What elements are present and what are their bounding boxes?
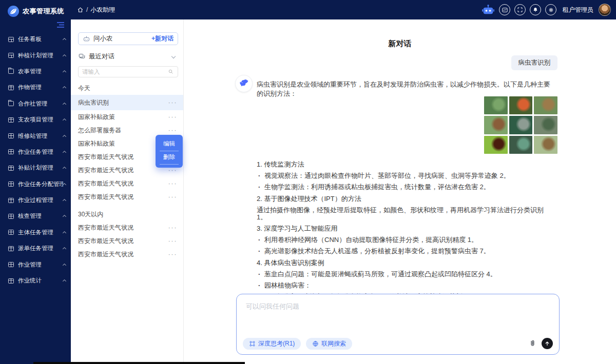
sidebar-nav-item[interactable]: 派单任务管理 [0, 240, 71, 256]
nav-item-icon [8, 278, 14, 284]
chat-history-item[interactable]: 西安市最近天气状况 ··· [71, 190, 183, 204]
more-options-icon[interactable]: ··· [168, 128, 178, 133]
chat-history-item[interactable]: 西安市最近天气状况 ··· [71, 221, 183, 234]
chat-item-label: 西安市最近天气状况 [78, 153, 168, 161]
sidebar-nav-item[interactable]: 作业统计 [0, 273, 71, 289]
home-icon[interactable] [77, 7, 84, 13]
disease-image[interactable] [509, 96, 533, 114]
more-options-icon[interactable]: ··· [168, 225, 178, 230]
nav-item-label: 作业管理 [18, 261, 63, 269]
nav-item-label: 维修站管理 [18, 132, 63, 140]
chevron-up-icon [63, 103, 66, 106]
disease-image[interactable] [484, 136, 508, 154]
disease-image[interactable] [484, 96, 508, 114]
chevron-up-icon [63, 199, 66, 203]
nav-item-icon [8, 246, 14, 251]
chat-item-label: 西安市最近天气状况 [78, 193, 168, 201]
chevron-up-icon [63, 38, 66, 42]
sidebar-nav-item[interactable]: 种植计划管理 [0, 47, 71, 63]
chat-history-item[interactable]: 西安市最近天气状况 ··· [71, 234, 183, 248]
disease-image[interactable] [484, 116, 508, 134]
edit-menu-item[interactable]: 编辑 [160, 138, 179, 151]
more-options-icon[interactable]: ··· [168, 194, 178, 199]
conversation-search-input[interactable] [82, 69, 168, 75]
disease-image[interactable] [509, 116, 533, 134]
settings-gear-icon[interactable] [545, 4, 556, 15]
web-search-toggle[interactable]: 联网搜索 [306, 338, 352, 350]
more-options-icon[interactable]: ··· [168, 100, 178, 105]
sidebar-nav-item[interactable]: 农事管理 [0, 64, 71, 79]
nav-item-icon [8, 166, 14, 171]
nav-item-label: 农事管理 [18, 68, 63, 75]
nav-item-icon [8, 53, 14, 58]
sidebar-nav-item[interactable]: 维修站管理 [0, 128, 71, 144]
sidebar-nav-item[interactable]: 作业过程管理 [0, 192, 71, 208]
more-options-icon[interactable]: ··· [168, 168, 178, 173]
chat-item-context-menu: 编辑 删除 [156, 135, 183, 168]
attach-file-button[interactable] [529, 339, 536, 348]
more-options-icon[interactable]: ··· [168, 252, 178, 257]
ask-xiaonong-button[interactable]: 问小农 +新对话 [78, 32, 178, 45]
fullscreen-icon[interactable] [514, 4, 526, 15]
chevron-up-icon [63, 134, 66, 138]
delete-menu-item[interactable]: 删除 [160, 151, 179, 165]
ai-response-line: 4. 具体病虫害识别案例 [257, 259, 554, 267]
sidebar-nav-item[interactable]: 支农项目管理 [0, 112, 71, 128]
sidebar-nav-item[interactable]: 补贴计划管理 [0, 160, 71, 176]
ai-response-line: 生物学监测法：利用诱捕器或粘虫板捕捉害虫，统计数量，评估潜在危害 2。 [257, 184, 554, 191]
chevron-down-icon [171, 54, 176, 58]
nav-item-icon [8, 37, 14, 42]
collapse-sidebar-icon[interactable] [56, 22, 65, 28]
notifications-bell-icon[interactable] [530, 4, 541, 15]
deep-think-icon [249, 340, 256, 347]
sidebar-nav-item[interactable]: 任务看板 [0, 31, 71, 47]
user-avatar[interactable] [599, 4, 611, 16]
app-sidebar: 农事管理系统 任务看板 种植计划 [0, 0, 71, 364]
sidebar-nav-item[interactable]: 主体任务管理 [0, 225, 71, 240]
ai-response-line: 园林植物病害： [257, 282, 554, 289]
globe-icon [312, 340, 319, 347]
chat-history-item[interactable]: 西安市最近天气状况 ··· [71, 248, 183, 261]
assistant-robot-icon[interactable] [482, 3, 495, 16]
send-button[interactable] [542, 338, 553, 349]
chat-item-label: 西安市最近天气状况 [78, 224, 168, 232]
sidebar-nav-item[interactable]: 合作社管理 [0, 96, 71, 112]
chevron-up-icon [63, 264, 66, 267]
chevron-up-icon [63, 86, 66, 90]
chat-history-panel: 问小农 +新对话 最近对话 今天 病虫害识别 ··· [71, 19, 184, 364]
deep-think-toggle[interactable]: 深度思考(R1) [243, 338, 301, 350]
ai-response-body: 1. 传统监测方法 视觉观察法：通过肉眼检查作物叶片、茎部等部位，寻找病斑、虫洞… [257, 161, 554, 305]
disease-image[interactable] [534, 96, 557, 114]
recent-conversations-toggle[interactable]: 最近对话 [78, 51, 178, 62]
disease-image[interactable] [534, 116, 557, 134]
chat-history-item[interactable]: 西安市最近天气状况 ··· [71, 177, 183, 190]
chevron-up-icon [63, 279, 66, 283]
chat-history-item[interactable]: 病虫害识别 ··· [71, 95, 183, 110]
chat-item-label: 西安市最近天气状况 [78, 237, 168, 246]
sidebar-nav-item[interactable]: 作业任务管理 [0, 144, 71, 160]
chat-history-item[interactable]: 国家补贴政策 ··· [71, 110, 183, 124]
ai-response-line: 通过拍摄作物图像，经预处理后提取特征，如颜色、形状和纹理，再用机器学习算法进行分… [257, 207, 554, 220]
more-options-icon[interactable]: ··· [168, 114, 178, 119]
chat-item-label: 西安市最近天气状况 [78, 166, 168, 175]
disease-image-grid [484, 96, 557, 154]
ai-response-line: 视觉观察法：通过肉眼检查作物叶片、茎部等部位，寻找病斑、虫洞等异常迹象 2。 [257, 172, 554, 179]
sidebar-nav-item[interactable]: 核查管理 [0, 208, 71, 224]
new-chat-button[interactable]: +新对话 [151, 34, 174, 43]
nav-item-label: 任务看板 [18, 35, 63, 43]
more-options-icon[interactable]: ··· [168, 238, 178, 244]
more-options-icon[interactable]: ··· [168, 181, 178, 186]
chevron-up-icon [63, 247, 66, 251]
disease-image[interactable] [534, 136, 557, 154]
ask-xiaonong-label: 问小农 [93, 34, 151, 43]
user-message-bubble: 病虫害识别 [511, 55, 558, 70]
sidebar-nav-item[interactable]: 作物管理 [0, 79, 71, 95]
sidebar-nav-item[interactable]: 作业管理 [0, 256, 71, 272]
message-input[interactable] [237, 294, 559, 335]
screenshot-chart-icon[interactable] [499, 4, 510, 15]
disease-image[interactable] [509, 136, 533, 154]
nav-item-icon [8, 198, 14, 203]
sidebar-nav-item[interactable]: 作业任务分配管理 [0, 176, 71, 192]
nav-item-icon [8, 149, 14, 154]
header-actions: 租户管理员 [482, 0, 611, 19]
